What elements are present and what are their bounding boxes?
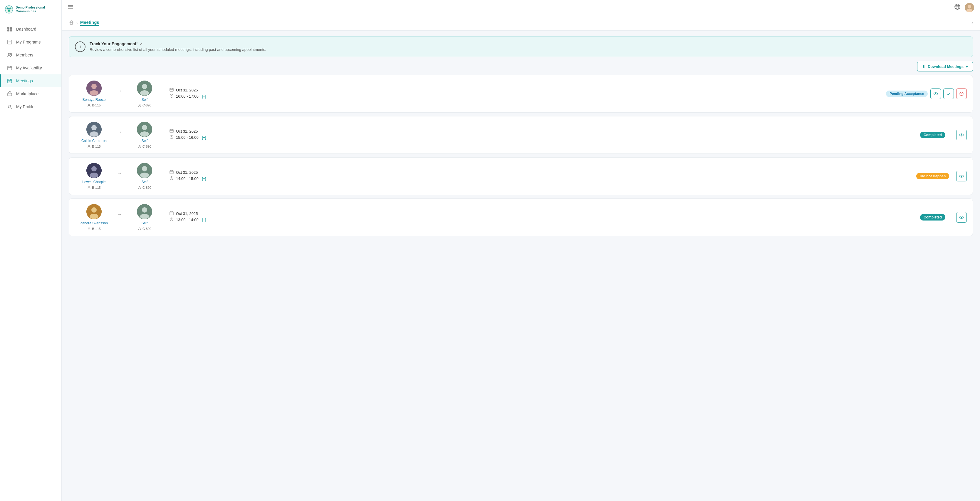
meetings-icon — [7, 78, 13, 84]
hamburger-menu[interactable] — [68, 4, 73, 11]
participant-block: Lowell Charpie B-115 — [75, 163, 113, 189]
svg-point-16 — [10, 54, 12, 55]
svg-point-37 — [966, 9, 972, 12]
view-meeting-button[interactable] — [956, 130, 967, 140]
user-avatar[interactable] — [965, 3, 974, 12]
svg-point-55 — [935, 93, 936, 94]
download-icon: ⬇ — [922, 64, 925, 69]
actions-area — [956, 130, 967, 140]
my-profile-icon — [7, 104, 13, 110]
meeting-row: Benaya Reece B-115 → Self C-890 — [69, 75, 973, 113]
sidebar: Demo Professional Communities Dashboard … — [0, 0, 62, 501]
clock-icon — [170, 135, 173, 140]
svg-rect-38 — [70, 22, 73, 24]
time-plus[interactable]: [+] — [202, 136, 206, 140]
participant-avatar — [86, 204, 102, 219]
self-avatar — [137, 122, 152, 137]
calendar-icon — [170, 211, 173, 216]
svg-rect-66 — [170, 129, 173, 132]
sidebar-item-my-availability[interactable]: My Availability — [0, 61, 61, 74]
svg-point-97 — [142, 207, 147, 212]
meeting-info: Oct 31, 2025 16:00 - 17:00 [+] — [164, 88, 883, 100]
sidebar-item-dashboard[interactable]: Dashboard — [0, 22, 61, 35]
svg-rect-25 — [8, 93, 12, 96]
info-text: Track Your Engagement! ↗ Review a compre… — [90, 41, 266, 52]
view-meeting-button[interactable] — [956, 212, 967, 223]
clock-icon — [170, 94, 173, 99]
breadcrumb: › Meetings — [69, 20, 99, 26]
meeting-row: Zandra Svensson B-115 → Self C-890 — [69, 198, 973, 236]
participant-block: Caitlin Cameron B-115 — [75, 122, 113, 148]
breadcrumb-home-icon[interactable] — [69, 20, 74, 26]
svg-line-53 — [172, 96, 172, 96]
view-meeting-button[interactable] — [956, 171, 967, 182]
accept-meeting-button[interactable] — [943, 88, 954, 99]
status-area: Completed — [909, 214, 956, 220]
meeting-info: Oct 31, 2025 15:00 - 16:00 [+] — [164, 129, 909, 141]
topbar-right — [954, 3, 974, 12]
self-role: C-890 — [138, 227, 151, 230]
meeting-time: 15:00 - 16:00 [+] — [170, 135, 903, 140]
svg-rect-8 — [10, 27, 12, 29]
main-area: › Meetings ‹ i Track Your Engagement! ↗ … — [62, 0, 980, 501]
participant-name: Caitlin Cameron — [81, 139, 107, 143]
time-plus[interactable]: [+] — [202, 218, 206, 222]
download-meetings-button[interactable]: ⬇ Download Meetings ▾ — [917, 62, 973, 72]
svg-point-60 — [90, 131, 99, 137]
svg-point-64 — [140, 131, 149, 137]
info-banner: i Track Your Engagement! ↗ Review a comp… — [69, 37, 973, 57]
svg-rect-83 — [170, 171, 173, 174]
time-plus[interactable]: [+] — [202, 94, 206, 99]
topbar — [62, 0, 980, 15]
breadcrumb-collapse-icon[interactable]: ‹ — [972, 20, 973, 26]
clock-icon — [170, 176, 173, 181]
self-block: Self C-890 — [126, 204, 164, 230]
logo-area: Demo Professional Communities — [0, 0, 61, 19]
actions-area — [956, 212, 967, 223]
calendar-icon — [170, 129, 173, 134]
participant-role: B-115 — [87, 186, 100, 189]
external-link-icon[interactable]: ↗ — [140, 42, 143, 46]
sidebar-item-my-profile[interactable]: My Profile — [0, 100, 61, 113]
view-meeting-button[interactable] — [931, 88, 941, 99]
sidebar-item-my-availability-label: My Availability — [16, 65, 42, 70]
sidebar-item-my-programs[interactable]: My Programs — [0, 35, 61, 48]
svg-point-44 — [142, 84, 147, 89]
status-area: Completed — [909, 132, 956, 138]
svg-point-45 — [140, 90, 149, 96]
svg-point-74 — [961, 134, 962, 136]
sidebar-item-meetings[interactable]: Meetings — [0, 74, 61, 87]
svg-point-76 — [91, 166, 97, 171]
meetings-list: Benaya Reece B-115 → Self C-890 — [62, 75, 980, 243]
self-avatar — [137, 163, 152, 178]
svg-point-15 — [8, 53, 10, 55]
participant-role: B-115 — [87, 145, 100, 148]
time-plus[interactable]: [+] — [202, 177, 206, 181]
meeting-date: Oct 31, 2025 — [170, 129, 903, 134]
sidebar-item-marketplace-label: Marketplace — [16, 91, 38, 96]
sidebar-item-marketplace[interactable]: Marketplace — [0, 87, 61, 100]
participant-name: Zandra Svensson — [80, 221, 108, 225]
svg-point-80 — [142, 166, 147, 171]
sidebar-item-members[interactable]: Members — [0, 48, 61, 61]
actions-area — [956, 171, 967, 182]
members-icon — [7, 52, 13, 58]
decline-meeting-button[interactable] — [956, 88, 967, 99]
sidebar-item-members-label: Members — [16, 53, 33, 57]
svg-line-72 — [172, 137, 172, 137]
svg-point-77 — [90, 172, 99, 178]
svg-line-89 — [172, 178, 172, 179]
actions-area — [931, 88, 967, 99]
my-programs-icon — [7, 39, 13, 45]
svg-point-63 — [142, 125, 147, 130]
globe-icon[interactable] — [954, 3, 961, 11]
breadcrumb-bar: › Meetings ‹ — [62, 15, 980, 30]
logo-icon — [5, 4, 13, 15]
self-block: Self C-890 — [126, 81, 164, 107]
arrow-separator: → — [117, 129, 122, 135]
info-icon: i — [75, 41, 86, 52]
info-description: Review a comprehensive list of all your … — [90, 47, 266, 52]
arrow-separator: → — [117, 170, 122, 176]
self-name: Self — [142, 221, 148, 225]
svg-point-93 — [91, 207, 97, 212]
